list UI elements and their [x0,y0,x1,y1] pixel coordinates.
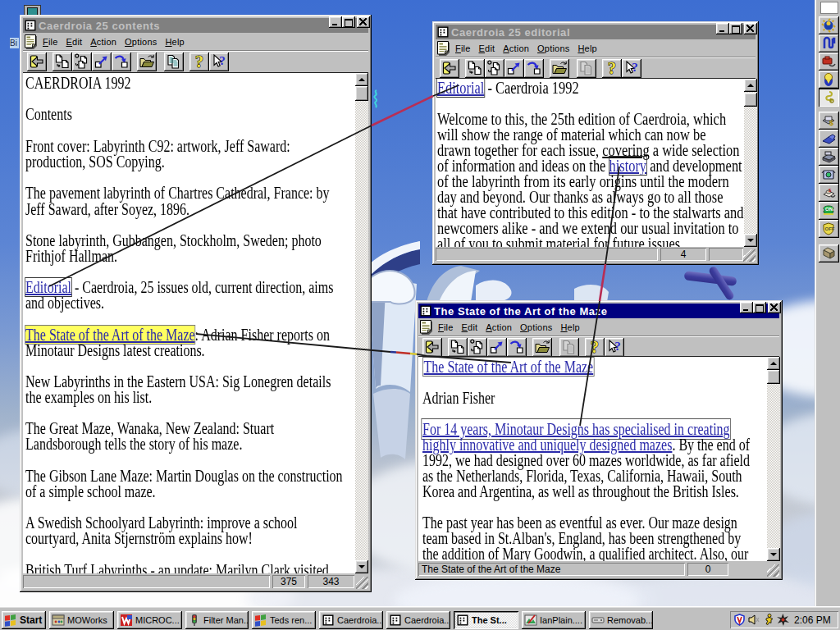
svg-text:$: $ [829,119,833,127]
svg-text:ON: ON [825,207,833,212]
svg-text:OFF: OFF [825,226,835,231]
